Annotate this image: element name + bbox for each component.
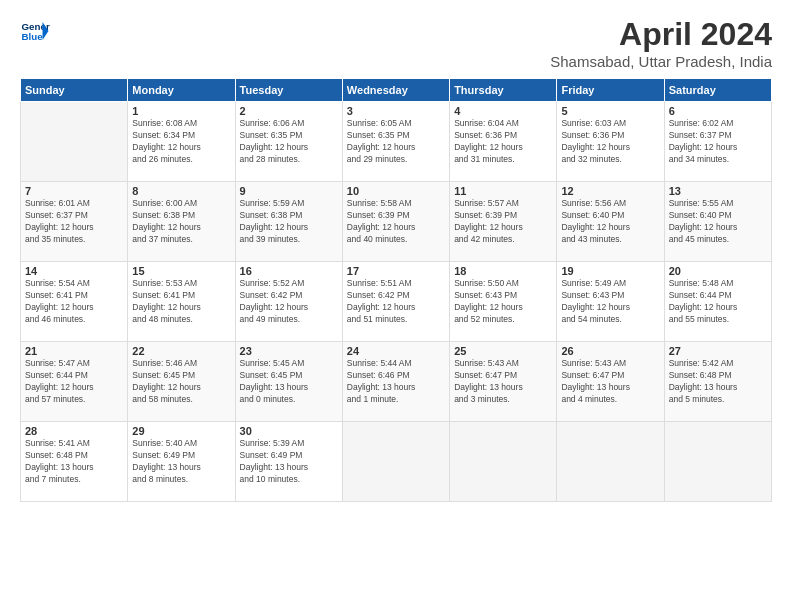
calendar-cell: 3Sunrise: 6:05 AM Sunset: 6:35 PM Daylig… <box>342 102 449 182</box>
day-number: 1 <box>132 105 230 117</box>
day-number: 19 <box>561 265 659 277</box>
day-info: Sunrise: 5:58 AM Sunset: 6:39 PM Dayligh… <box>347 198 445 246</box>
day-number: 24 <box>347 345 445 357</box>
day-info: Sunrise: 5:53 AM Sunset: 6:41 PM Dayligh… <box>132 278 230 326</box>
day-number: 3 <box>347 105 445 117</box>
calendar-cell: 8Sunrise: 6:00 AM Sunset: 6:38 PM Daylig… <box>128 182 235 262</box>
calendar-cell: 18Sunrise: 5:50 AM Sunset: 6:43 PM Dayli… <box>450 262 557 342</box>
day-info: Sunrise: 5:44 AM Sunset: 6:46 PM Dayligh… <box>347 358 445 406</box>
day-number: 15 <box>132 265 230 277</box>
svg-text:Blue: Blue <box>22 31 44 42</box>
day-info: Sunrise: 6:01 AM Sunset: 6:37 PM Dayligh… <box>25 198 123 246</box>
calendar-header-sunday: Sunday <box>21 79 128 102</box>
calendar-week-5: 28Sunrise: 5:41 AM Sunset: 6:48 PM Dayli… <box>21 422 772 502</box>
calendar-cell: 24Sunrise: 5:44 AM Sunset: 6:46 PM Dayli… <box>342 342 449 422</box>
day-number: 20 <box>669 265 767 277</box>
calendar-cell: 5Sunrise: 6:03 AM Sunset: 6:36 PM Daylig… <box>557 102 664 182</box>
calendar-cell: 14Sunrise: 5:54 AM Sunset: 6:41 PM Dayli… <box>21 262 128 342</box>
calendar-cell: 16Sunrise: 5:52 AM Sunset: 6:42 PM Dayli… <box>235 262 342 342</box>
day-info: Sunrise: 6:00 AM Sunset: 6:38 PM Dayligh… <box>132 198 230 246</box>
day-info: Sunrise: 5:39 AM Sunset: 6:49 PM Dayligh… <box>240 438 338 486</box>
day-info: Sunrise: 6:05 AM Sunset: 6:35 PM Dayligh… <box>347 118 445 166</box>
day-info: Sunrise: 5:47 AM Sunset: 6:44 PM Dayligh… <box>25 358 123 406</box>
day-number: 23 <box>240 345 338 357</box>
day-number: 27 <box>669 345 767 357</box>
calendar-week-1: 1Sunrise: 6:08 AM Sunset: 6:34 PM Daylig… <box>21 102 772 182</box>
day-info: Sunrise: 5:54 AM Sunset: 6:41 PM Dayligh… <box>25 278 123 326</box>
sub-title: Shamsabad, Uttar Pradesh, India <box>550 53 772 70</box>
day-info: Sunrise: 5:45 AM Sunset: 6:45 PM Dayligh… <box>240 358 338 406</box>
calendar-cell: 2Sunrise: 6:06 AM Sunset: 6:35 PM Daylig… <box>235 102 342 182</box>
day-number: 2 <box>240 105 338 117</box>
day-info: Sunrise: 5:43 AM Sunset: 6:47 PM Dayligh… <box>561 358 659 406</box>
calendar-cell: 4Sunrise: 6:04 AM Sunset: 6:36 PM Daylig… <box>450 102 557 182</box>
day-number: 22 <box>132 345 230 357</box>
calendar-cell: 13Sunrise: 5:55 AM Sunset: 6:40 PM Dayli… <box>664 182 771 262</box>
calendar-cell: 26Sunrise: 5:43 AM Sunset: 6:47 PM Dayli… <box>557 342 664 422</box>
day-info: Sunrise: 5:42 AM Sunset: 6:48 PM Dayligh… <box>669 358 767 406</box>
day-info: Sunrise: 5:52 AM Sunset: 6:42 PM Dayligh… <box>240 278 338 326</box>
day-number: 6 <box>669 105 767 117</box>
day-number: 4 <box>454 105 552 117</box>
day-info: Sunrise: 6:02 AM Sunset: 6:37 PM Dayligh… <box>669 118 767 166</box>
day-number: 29 <box>132 425 230 437</box>
calendar-header-friday: Friday <box>557 79 664 102</box>
calendar-cell: 9Sunrise: 5:59 AM Sunset: 6:38 PM Daylig… <box>235 182 342 262</box>
calendar-header-row: SundayMondayTuesdayWednesdayThursdayFrid… <box>21 79 772 102</box>
calendar-cell: 11Sunrise: 5:57 AM Sunset: 6:39 PM Dayli… <box>450 182 557 262</box>
day-number: 10 <box>347 185 445 197</box>
calendar-header-tuesday: Tuesday <box>235 79 342 102</box>
day-info: Sunrise: 5:49 AM Sunset: 6:43 PM Dayligh… <box>561 278 659 326</box>
calendar-table: SundayMondayTuesdayWednesdayThursdayFrid… <box>20 78 772 502</box>
page-container: General Blue April 2024 Shamsabad, Uttar… <box>0 0 792 512</box>
calendar-cell: 23Sunrise: 5:45 AM Sunset: 6:45 PM Dayli… <box>235 342 342 422</box>
day-number: 16 <box>240 265 338 277</box>
calendar-cell: 6Sunrise: 6:02 AM Sunset: 6:37 PM Daylig… <box>664 102 771 182</box>
day-number: 18 <box>454 265 552 277</box>
day-number: 14 <box>25 265 123 277</box>
main-title: April 2024 <box>550 16 772 53</box>
calendar-cell: 30Sunrise: 5:39 AM Sunset: 6:49 PM Dayli… <box>235 422 342 502</box>
logo: General Blue <box>20 16 50 46</box>
day-number: 26 <box>561 345 659 357</box>
calendar-cell: 7Sunrise: 6:01 AM Sunset: 6:37 PM Daylig… <box>21 182 128 262</box>
calendar-cell: 25Sunrise: 5:43 AM Sunset: 6:47 PM Dayli… <box>450 342 557 422</box>
day-number: 5 <box>561 105 659 117</box>
day-info: Sunrise: 6:06 AM Sunset: 6:35 PM Dayligh… <box>240 118 338 166</box>
day-number: 13 <box>669 185 767 197</box>
day-number: 21 <box>25 345 123 357</box>
day-number: 11 <box>454 185 552 197</box>
calendar-header-wednesday: Wednesday <box>342 79 449 102</box>
calendar-cell <box>342 422 449 502</box>
calendar-cell: 10Sunrise: 5:58 AM Sunset: 6:39 PM Dayli… <box>342 182 449 262</box>
calendar-header-thursday: Thursday <box>450 79 557 102</box>
day-info: Sunrise: 5:46 AM Sunset: 6:45 PM Dayligh… <box>132 358 230 406</box>
day-number: 30 <box>240 425 338 437</box>
header: General Blue April 2024 Shamsabad, Uttar… <box>20 16 772 70</box>
day-info: Sunrise: 6:04 AM Sunset: 6:36 PM Dayligh… <box>454 118 552 166</box>
title-area: April 2024 Shamsabad, Uttar Pradesh, Ind… <box>550 16 772 70</box>
day-number: 25 <box>454 345 552 357</box>
calendar-cell: 29Sunrise: 5:40 AM Sunset: 6:49 PM Dayli… <box>128 422 235 502</box>
calendar-cell: 15Sunrise: 5:53 AM Sunset: 6:41 PM Dayli… <box>128 262 235 342</box>
calendar-cell <box>664 422 771 502</box>
day-info: Sunrise: 5:55 AM Sunset: 6:40 PM Dayligh… <box>669 198 767 246</box>
calendar-cell <box>557 422 664 502</box>
calendar-header-monday: Monday <box>128 79 235 102</box>
calendar-cell: 17Sunrise: 5:51 AM Sunset: 6:42 PM Dayli… <box>342 262 449 342</box>
day-info: Sunrise: 6:08 AM Sunset: 6:34 PM Dayligh… <box>132 118 230 166</box>
calendar-cell: 1Sunrise: 6:08 AM Sunset: 6:34 PM Daylig… <box>128 102 235 182</box>
day-info: Sunrise: 5:43 AM Sunset: 6:47 PM Dayligh… <box>454 358 552 406</box>
day-number: 7 <box>25 185 123 197</box>
day-info: Sunrise: 5:51 AM Sunset: 6:42 PM Dayligh… <box>347 278 445 326</box>
day-number: 17 <box>347 265 445 277</box>
day-info: Sunrise: 5:56 AM Sunset: 6:40 PM Dayligh… <box>561 198 659 246</box>
calendar-week-3: 14Sunrise: 5:54 AM Sunset: 6:41 PM Dayli… <box>21 262 772 342</box>
calendar-cell: 27Sunrise: 5:42 AM Sunset: 6:48 PM Dayli… <box>664 342 771 422</box>
day-info: Sunrise: 6:03 AM Sunset: 6:36 PM Dayligh… <box>561 118 659 166</box>
logo-icon: General Blue <box>20 16 50 46</box>
calendar-cell <box>450 422 557 502</box>
calendar-cell: 28Sunrise: 5:41 AM Sunset: 6:48 PM Dayli… <box>21 422 128 502</box>
day-number: 12 <box>561 185 659 197</box>
day-info: Sunrise: 5:48 AM Sunset: 6:44 PM Dayligh… <box>669 278 767 326</box>
